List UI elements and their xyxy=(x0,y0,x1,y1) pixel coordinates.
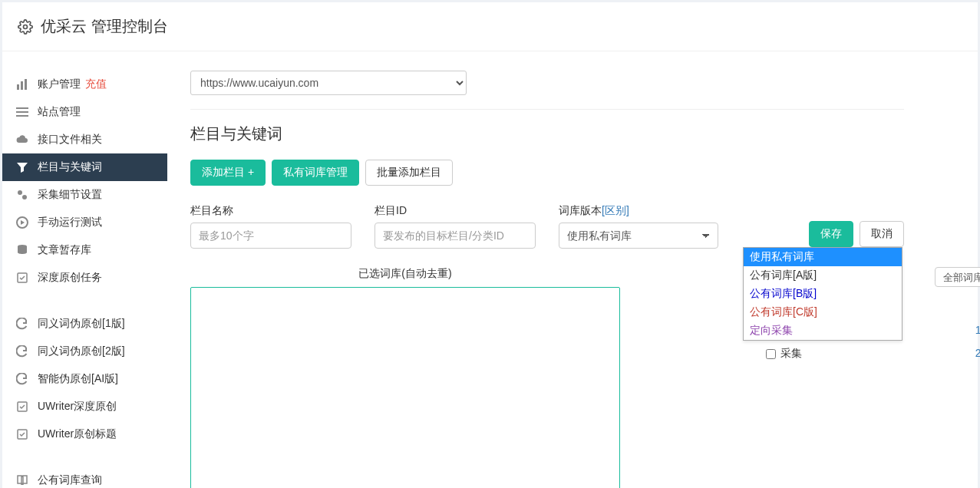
version-label: 词库版本[区别] xyxy=(559,204,718,218)
version-diff-link[interactable]: [区别] xyxy=(602,204,629,216)
list-icon xyxy=(16,106,28,118)
svg-point-0 xyxy=(24,25,28,28)
edit-icon xyxy=(16,272,28,284)
nav-label: 深度原创任务 xyxy=(38,271,102,285)
dropdown-option[interactable]: 公有词库[A版] xyxy=(744,266,902,285)
lib-count[interactable]: 259词 xyxy=(975,347,980,361)
refresh-icon xyxy=(16,318,28,330)
lib-row: 采集259词 xyxy=(766,342,980,365)
private-lib-button[interactable]: 私有词库管理 xyxy=(272,160,359,186)
nav-label: 账户管理 xyxy=(38,77,81,91)
svg-point-8 xyxy=(22,195,27,199)
field-column-name: 栏目名称 xyxy=(190,204,351,249)
nav-item[interactable]: UWriter原创标题 xyxy=(2,420,167,448)
dropdown-option[interactable]: 公有词库[B版] xyxy=(744,285,902,303)
cancel-button[interactable]: 取消 xyxy=(860,221,904,247)
nav-item[interactable]: 账户管理充值 xyxy=(2,71,167,98)
selected-box-title: 已选词库(自动去重) xyxy=(190,267,620,281)
svg-rect-1 xyxy=(17,84,19,90)
nav-item[interactable]: 智能伪原创[AI版] xyxy=(2,365,167,393)
dropdown-option[interactable]: 使用私有词库 xyxy=(744,248,902,266)
play-icon xyxy=(16,216,28,229)
svg-point-7 xyxy=(18,190,22,195)
header: 优采云 管理控制台 xyxy=(2,2,978,51)
form-row: 栏目名称 栏目ID 词库版本[区别] 使用私有词库 保存 xyxy=(190,204,904,249)
dropdown-option[interactable]: 定向采集 xyxy=(744,321,902,340)
add-column-button[interactable]: 添加栏目 + xyxy=(190,160,266,186)
nav-item[interactable]: 接口文件相关 xyxy=(2,126,167,153)
version-select[interactable]: 使用私有词库 xyxy=(559,223,718,249)
svg-rect-4 xyxy=(16,107,28,109)
refresh-icon xyxy=(16,373,28,385)
book-icon xyxy=(16,474,28,486)
id-label: 栏目ID xyxy=(375,204,536,218)
lib-filter-select[interactable]: 全部词库 xyxy=(935,267,980,287)
svg-rect-5 xyxy=(16,111,28,113)
name-label: 栏目名称 xyxy=(190,204,351,218)
save-button[interactable]: 保存 xyxy=(809,221,853,247)
bulk-add-button[interactable]: 批量添加栏目 xyxy=(365,160,453,186)
page-title: 优采云 管理控制台 xyxy=(41,16,168,37)
nav-item[interactable]: 同义词伪原创[2版] xyxy=(2,338,167,365)
nav-badge[interactable]: 充值 xyxy=(85,77,107,91)
dropdown-option[interactable]: 公有词库[C版] xyxy=(744,303,902,321)
lib-count[interactable]: 186词 xyxy=(975,324,980,338)
nav-label: 接口文件相关 xyxy=(38,133,102,147)
nav-label: UWriter原创标题 xyxy=(38,427,117,441)
edit-icon xyxy=(16,401,28,413)
divider xyxy=(190,109,904,110)
nav-item[interactable]: 采集细节设置 xyxy=(2,181,167,209)
lib-label: 采集 xyxy=(780,347,802,361)
nav-label: 手动运行测试 xyxy=(38,216,102,229)
nav-item[interactable]: 同义词伪原创[1版] xyxy=(2,310,167,338)
svg-rect-2 xyxy=(21,81,23,90)
field-column-id: 栏目ID xyxy=(375,204,536,249)
site-select[interactable]: https://www.ucaiyun.com xyxy=(190,71,467,95)
filter-icon xyxy=(16,161,28,173)
cogs-icon xyxy=(16,189,28,201)
sidebar: 账户管理充值站点管理接口文件相关栏目与关键词采集细节设置手动运行测试文章暂存库深… xyxy=(2,51,167,488)
nav-label: 文章暂存库 xyxy=(38,243,91,257)
nav-item[interactable]: UWriter深度原创 xyxy=(2,393,167,420)
version-dropdown[interactable]: 使用私有词库公有词库[A版]公有词库[B版]公有词库[C版]定向采集 xyxy=(743,247,902,341)
button-row: 添加栏目 + 私有词库管理 批量添加栏目 xyxy=(190,160,904,186)
section-title: 栏目与关键词 xyxy=(190,124,904,144)
edit-icon xyxy=(16,428,28,440)
form-actions: 保存 取消 xyxy=(809,204,904,247)
nav-item[interactable]: 栏目与关键词 xyxy=(2,153,167,181)
nav-item[interactable]: 手动运行测试 xyxy=(2,209,167,236)
nav-label: 智能伪原创[AI版] xyxy=(38,372,118,386)
field-version: 词库版本[区别] 使用私有词库 xyxy=(559,204,718,249)
main-content: https://www.ucaiyun.com 栏目与关键词 添加栏目 + 私有… xyxy=(167,51,904,488)
nav-label: 公有词库查询 xyxy=(38,473,102,487)
nav-item[interactable]: 站点管理 xyxy=(2,98,167,126)
name-input[interactable] xyxy=(190,223,351,249)
cloud-icon xyxy=(16,134,28,146)
nav-item[interactable]: 公有词库查询 xyxy=(2,467,167,488)
id-input[interactable] xyxy=(375,223,536,249)
nav-label: UWriter深度原创 xyxy=(38,400,117,414)
refresh-icon xyxy=(16,345,28,358)
nav-label: 采集细节设置 xyxy=(38,188,102,202)
gear-icon xyxy=(18,19,33,35)
svg-rect-6 xyxy=(16,115,28,117)
database-icon xyxy=(16,244,28,256)
nav-label: 同义词伪原创[2版] xyxy=(38,345,125,358)
nav-label: 站点管理 xyxy=(38,105,81,119)
nav-item[interactable]: 文章暂存库 xyxy=(2,236,167,264)
nav-item[interactable]: 深度原创任务 xyxy=(2,264,167,292)
nav-label: 同义词伪原创[1版] xyxy=(38,317,125,331)
svg-rect-3 xyxy=(25,79,27,90)
nav-label: 栏目与关键词 xyxy=(38,160,102,174)
selected-area[interactable] xyxy=(190,287,620,488)
bar-chart-icon xyxy=(16,78,28,91)
lib-checkbox[interactable] xyxy=(766,349,776,359)
version-label-text: 词库版本 xyxy=(559,204,602,216)
selected-lib-box: 已选词库(自动去重) xyxy=(190,267,620,488)
